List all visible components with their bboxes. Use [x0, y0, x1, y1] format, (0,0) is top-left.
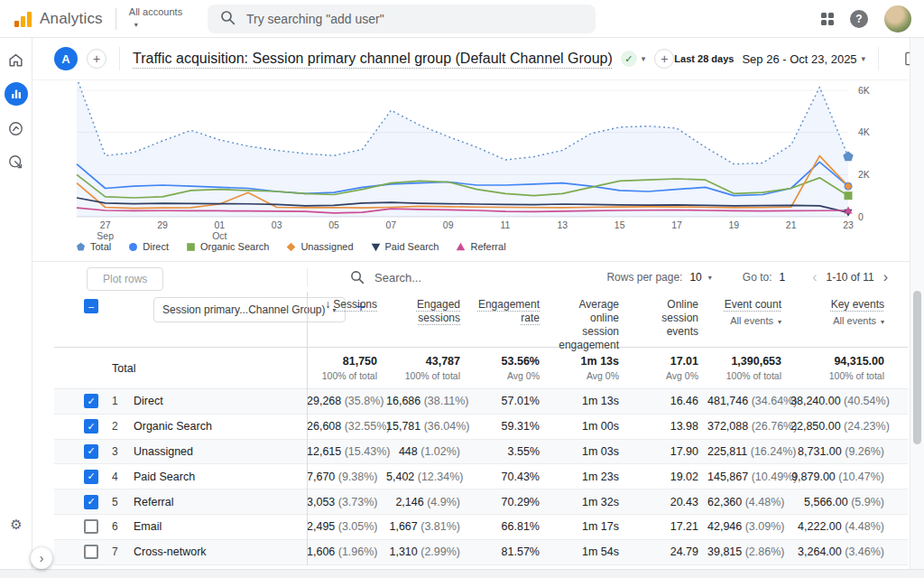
sidebar-item-explore[interactable]	[5, 117, 27, 139]
analytics-logo-icon	[14, 11, 32, 27]
column-header-key-events[interactable]: Key eventsAll events▾	[790, 292, 908, 352]
search-icon	[350, 270, 365, 284]
vertical-scrollbar-thumb[interactable]	[913, 291, 921, 444]
table-search-input[interactable]: Search...	[350, 262, 421, 293]
total-subtext: 100% of total	[790, 370, 884, 381]
title-caret-down-icon[interactable]: ▾	[642, 54, 646, 63]
table-search-placeholder: Search...	[374, 271, 421, 284]
metric-percent: (1.96%)	[335, 545, 377, 558]
goto-page-input[interactable]: 1	[780, 271, 786, 284]
row-rank: 5	[99, 496, 128, 508]
rows-per-page-caret-icon[interactable]: ▾	[708, 274, 712, 282]
metric-value: 26,608	[307, 420, 341, 433]
row-checkbox[interactable]: ✓	[84, 470, 98, 484]
total-cell: 17.01Avg 0%	[628, 355, 707, 381]
metric-cell: 59.31%	[469, 420, 549, 433]
organic-search-end-marker-icon	[845, 191, 853, 200]
metric-value: 16.46	[670, 395, 698, 407]
rows-per-page-select[interactable]: 10	[689, 271, 701, 284]
table-column-divider	[307, 292, 308, 565]
total-cell: 94,315.00100% of total	[790, 355, 908, 381]
caret-down-icon: ▾	[881, 318, 884, 326]
row-checkbox[interactable]: ✓	[84, 394, 98, 408]
paid-search-marker-icon	[371, 242, 381, 252]
row-checkbox[interactable]: ✓	[84, 419, 98, 434]
column-label: Engaged sessions	[417, 298, 460, 324]
report-avatar-badge[interactable]: A	[54, 47, 78, 70]
row-checkbox[interactable]: ✓	[84, 495, 98, 509]
sidebar-item-reports[interactable]	[5, 82, 28, 106]
column-header-event-count[interactable]: Event countAll events▾	[707, 292, 790, 352]
svg-text:19: 19	[728, 219, 739, 230]
table-row-cross-network: 7Cross-network1,606 (1.96%)1,310 (2.99%)…	[54, 540, 908, 565]
metric-cell: 1m 54s	[549, 545, 628, 558]
column-header-engaged-sessions[interactable]: Engaged sessions	[386, 292, 469, 352]
expand-nav-button[interactable]: ›	[31, 547, 52, 569]
sidebar-item-advertising[interactable]	[5, 151, 27, 172]
add-report-tab-button[interactable]: +	[654, 49, 674, 69]
vertical-scrollbar[interactable]	[910, 38, 924, 569]
legend-label-referral: Referral	[470, 241, 505, 252]
column-label: Sessions	[333, 298, 377, 311]
account-switcher[interactable]: All accounts ▾	[129, 7, 182, 30]
metric-percent: (2.99%)	[418, 545, 460, 558]
report-title[interactable]: Traffic acquisition: Session primary cha…	[133, 51, 613, 67]
metric-cell: 26,608 (32.55%)	[307, 420, 386, 433]
table-row-organic-search: ✓2Organic Search26,608 (32.55%)15,781 (3…	[54, 415, 908, 440]
total-value: 1m 13s	[549, 355, 619, 368]
metric-value: 20.43	[670, 496, 698, 508]
table-row-paid-search: ✓4Paid Search7,670 (9.38%)5,402 (12.34%)…	[54, 464, 908, 489]
channel-name: Paid Search	[128, 471, 307, 483]
metric-cell: 3,264.00 (3.46%)	[790, 545, 908, 558]
total-value: 94,315.00	[790, 355, 884, 368]
row-checkbox[interactable]: ✓	[84, 444, 98, 459]
metric-percent: (4.9%)	[424, 496, 460, 508]
column-header-online-session-events[interactable]: Online session events	[628, 292, 707, 352]
metric-cell: 15,781 (36.04%)	[386, 420, 469, 433]
metric-value: 16,686	[386, 395, 420, 407]
caret-down-icon: ▾	[778, 318, 781, 326]
topbar-divider	[116, 8, 116, 30]
prev-page-chevron-icon[interactable]: ‹	[812, 270, 817, 284]
column-filter-event-count[interactable]: All events▾	[709, 314, 781, 329]
metric-cell: 1m 00s	[549, 420, 628, 433]
channel-name: Direct	[128, 395, 307, 407]
metric-value: 9,879.00	[791, 471, 836, 483]
global-search-input[interactable]: Try searching "add user"	[208, 5, 596, 33]
total-value: 43,787	[386, 355, 460, 368]
metric-value: 7,670	[307, 471, 335, 483]
column-header-sessions[interactable]: ↓Sessions	[307, 292, 386, 352]
total-row: Total 81,750100% of total43,787100% of t…	[54, 348, 908, 389]
channel-name: Cross-network	[128, 545, 307, 558]
metric-cell: 145,867 (10.49%)	[707, 471, 790, 483]
row-checkbox[interactable]	[84, 519, 98, 534]
table-body: ✓1Direct29,268 (35.8%)16,686 (38.11%)57.…	[54, 389, 908, 565]
settings-gear-icon[interactable]: ⚙	[0, 517, 32, 533]
column-filter-key-events[interactable]: All events▾	[792, 314, 884, 329]
metric-cell: 57.01%	[469, 395, 549, 407]
metric-value: 59.31%	[502, 420, 540, 433]
next-page-chevron-icon[interactable]: ›	[883, 270, 888, 284]
line-chart-svg: 02K4K6K27Sep2901Oct030507091113151719212…	[54, 81, 908, 246]
date-caret-down-icon[interactable]: ▾	[862, 54, 866, 63]
svg-text:11: 11	[501, 219, 511, 230]
metric-value: 1m 17s	[582, 520, 619, 533]
svg-text:05: 05	[328, 219, 339, 230]
select-all-checkbox[interactable]: –	[84, 299, 98, 313]
plot-rows-button[interactable]: Plot rows	[87, 267, 163, 291]
add-comparison-button[interactable]: +	[87, 49, 106, 69]
total-cell: 1,390,653100% of total	[707, 355, 790, 381]
apps-grid-icon[interactable]	[821, 13, 834, 25]
metric-value: 12,615	[307, 445, 341, 458]
metric-cell: 3.55%	[469, 445, 549, 458]
help-icon[interactable]: ?	[850, 10, 868, 28]
total-value: 1,390,653	[707, 355, 781, 368]
column-header-engagement-rate[interactable]: Engagement rate	[469, 292, 549, 352]
date-range-selector[interactable]: Sep 26 - Oct 23, 2025	[742, 52, 856, 66]
row-checkbox[interactable]	[84, 545, 98, 559]
sidebar-item-home[interactable]	[5, 49, 27, 70]
total-subtext: 100% of total	[307, 370, 377, 381]
horizontal-scrollbar[interactable]	[0, 569, 924, 578]
user-avatar[interactable]	[884, 5, 911, 33]
column-header-average-online-session-engagement[interactable]: Average online session engagement	[549, 292, 628, 352]
